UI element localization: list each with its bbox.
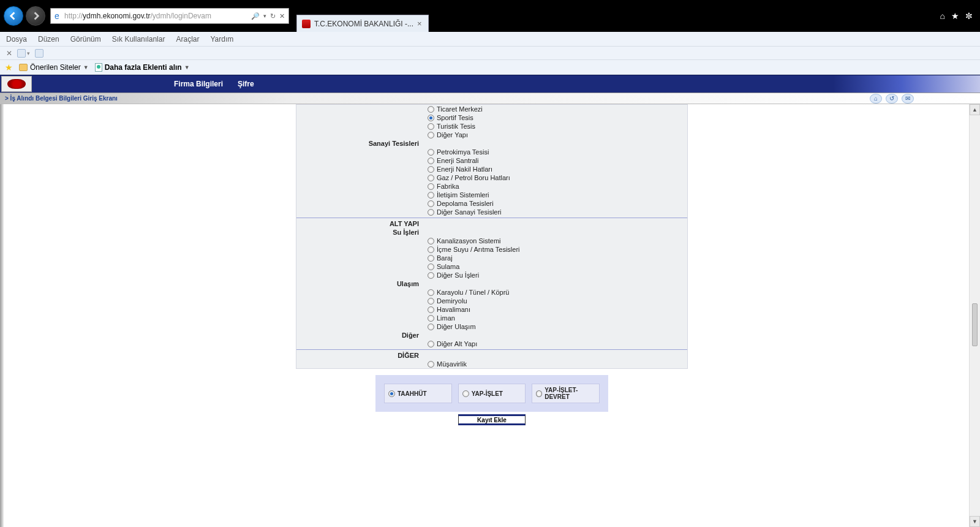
option-label: İletişim Sistemleri: [437, 191, 489, 199]
menu-gorunum[interactable]: Görünüm: [70, 35, 101, 44]
convert-icon[interactable]: ▾: [17, 49, 30, 58]
radio-button[interactable]: [428, 175, 434, 181]
tender-type-label: YAP-İŞLET: [472, 390, 503, 397]
fav-daha-eklenti[interactable]: Daha fazla Eklenti alın ▼: [95, 63, 190, 72]
option-row: Demiryolu: [296, 297, 687, 305]
forward-button[interactable]: [26, 6, 45, 26]
refresh-icon[interactable]: ↻: [270, 12, 276, 20]
menu-araclar[interactable]: Araçlar: [176, 35, 199, 44]
radio-button[interactable]: [428, 200, 434, 207]
favicon-icon: [302, 20, 311, 28]
mail-icon[interactable]: ✉: [902, 94, 914, 104]
subsection-header: Sanayi Tesisleri: [296, 140, 425, 147]
radio-button[interactable]: [428, 341, 434, 347]
radio-button[interactable]: [428, 123, 434, 130]
option-row: Karayolu / Tünel / Köprü: [296, 288, 687, 297]
fav-onerilen-label: Önerilen Siteler: [30, 63, 81, 72]
radio-button[interactable]: [428, 149, 434, 156]
radio-button[interactable]: [428, 166, 434, 173]
tools-icon[interactable]: ✼: [965, 11, 973, 21]
option-row: Diğer Su İşleri: [296, 271, 687, 279]
radio-button[interactable]: [428, 315, 434, 322]
add-favorite-icon[interactable]: ★: [5, 63, 13, 72]
search-icon[interactable]: 🔎: [251, 12, 260, 20]
favorites-icon[interactable]: ★: [951, 11, 959, 21]
ie-icon: e: [51, 11, 63, 21]
kayit-ekle-button[interactable]: Kayıt Ekle: [458, 414, 526, 425]
url-input[interactable]: http://ydmh.ekonomi.gov.tr/ydmh/loginDev…: [63, 12, 247, 20]
option-label: Sulama: [437, 263, 459, 270]
option-row: Diğer Yapı: [296, 131, 687, 139]
option-label: Sportif Tesis: [437, 114, 473, 121]
menu-duzen[interactable]: Düzen: [38, 35, 59, 44]
radio-button[interactable]: [428, 264, 434, 270]
option-row: Enerji Santrali: [296, 156, 687, 165]
radio-button[interactable]: [428, 106, 434, 113]
option-row: Enerji Nakil Hatları: [296, 165, 687, 173]
tender-type-option[interactable]: YAP-İŞLET-DEVRET: [532, 384, 600, 403]
tender-type-option[interactable]: YAP-İŞLET: [458, 384, 526, 403]
app-header: Firma Bilgileri Şifre: [0, 75, 980, 93]
close-bar-icon[interactable]: ✕: [6, 49, 12, 58]
radio-button[interactable]: [428, 289, 434, 296]
radio-button[interactable]: [536, 390, 542, 397]
radio-button[interactable]: [462, 390, 469, 397]
radio-button[interactable]: [428, 132, 434, 138]
tender-type-label: TAAHHÜT: [398, 390, 427, 397]
option-row: Sulama: [296, 262, 687, 271]
browser-tab-active[interactable]: T.C.EKONOMİ BAKANLIĞI -... ×: [296, 15, 429, 32]
option-label: Depolama Tesisleri: [437, 200, 494, 207]
radio-button[interactable]: [428, 209, 434, 216]
radio-button[interactable]: [428, 115, 434, 121]
radio-button[interactable]: [428, 361, 434, 368]
option-row: Kanalizasyon Sistemi: [296, 237, 687, 245]
menu-dosya[interactable]: Dosya: [6, 35, 27, 44]
home-icon[interactable]: ⌂: [940, 11, 945, 21]
subsection-header: Su İşleri: [296, 229, 425, 236]
tab-strip: T.C.EKONOMİ BAKANLIĞI -... ×: [296, 0, 429, 32]
app-menu-sifre[interactable]: Şifre: [238, 80, 254, 88]
option-label: Petrokimya Tesisi: [437, 148, 489, 156]
select-icon[interactable]: [35, 49, 43, 58]
radio-button[interactable]: [428, 192, 434, 199]
radio-button[interactable]: [428, 246, 434, 253]
option-row: Turistik Tesis: [296, 122, 687, 131]
radio-button[interactable]: [428, 238, 434, 245]
home-icon-small[interactable]: ⌂: [870, 94, 882, 104]
menu-yardim[interactable]: Yardım: [210, 35, 233, 44]
radio-button[interactable]: [428, 306, 434, 313]
option-row: İçme Suyu / Arıtma Tesisleri: [296, 245, 687, 254]
menu-sik[interactable]: Sık Kullanılanlar: [112, 35, 165, 44]
option-label: Enerji Santrali: [437, 157, 478, 164]
refresh-icon-small[interactable]: ↺: [886, 94, 898, 104]
option-label: Havalimanı: [437, 306, 470, 313]
app-menu-firma[interactable]: Firma Bilgileri: [174, 80, 223, 88]
scrollbar-vertical[interactable]: ▲ ▼: [969, 104, 980, 527]
option-label: Liman: [437, 314, 455, 322]
scroll-down-icon[interactable]: ▼: [970, 516, 980, 527]
tab-close-icon[interactable]: ×: [417, 19, 422, 28]
radio-button[interactable]: [388, 390, 395, 397]
fav-onerilen[interactable]: Önerilen Siteler ▼: [19, 63, 89, 72]
option-label: Diğer Ulaşım: [437, 323, 476, 330]
radio-button[interactable]: [428, 157, 434, 164]
tender-type-option[interactable]: TAAHHÜT: [384, 384, 452, 403]
scroll-up-icon[interactable]: ▲: [970, 104, 980, 115]
radio-button[interactable]: [428, 324, 434, 330]
option-label: Karayolu / Tünel / Köprü: [437, 289, 509, 296]
subsection-header: Ulaşım: [296, 280, 425, 287]
radio-button[interactable]: [428, 272, 434, 279]
option-row: Sportif Tesis: [296, 113, 687, 122]
option-row: Fabrika: [296, 182, 687, 191]
tender-type-label: YAP-İŞLET-DEVRET: [545, 387, 595, 400]
menu-bar: Dosya Düzen Görünüm Sık Kullanılanlar Ar…: [0, 32, 980, 47]
back-button[interactable]: [4, 6, 23, 26]
scroll-thumb[interactable]: [972, 303, 978, 346]
section-header-diger: DİĞER: [296, 352, 425, 359]
radio-button[interactable]: [428, 298, 434, 305]
stop-icon[interactable]: ✕: [279, 12, 285, 20]
address-bar[interactable]: e http://ydmh.ekonomi.gov.tr/ydmh/loginD…: [50, 8, 289, 24]
fav-daha-label: Daha fazla Eklenti alın: [105, 63, 182, 72]
radio-button[interactable]: [428, 255, 434, 262]
radio-button[interactable]: [428, 183, 434, 190]
